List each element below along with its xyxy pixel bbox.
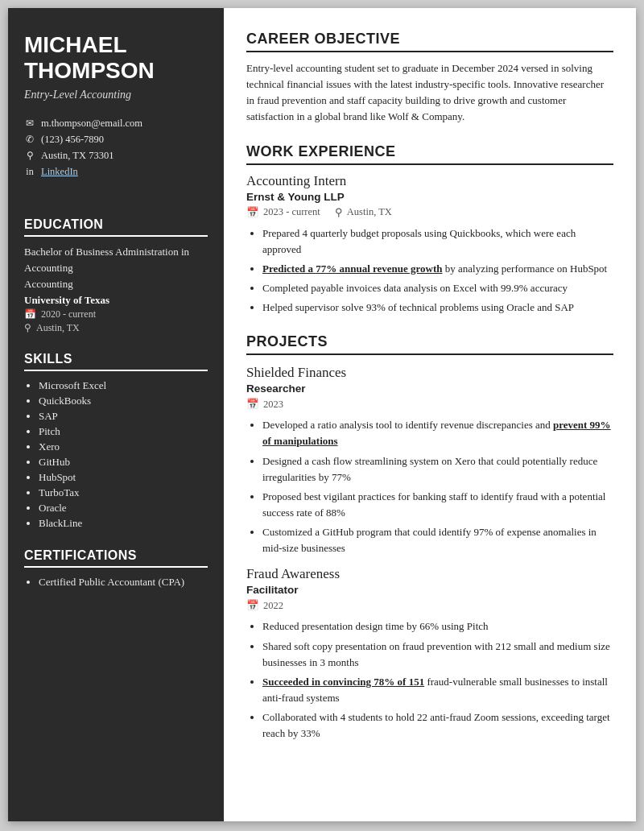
contact-email: ✉ m.thompson@email.com bbox=[24, 118, 208, 130]
bullet-item: Collaborated with 4 students to hold 22 … bbox=[262, 709, 613, 742]
bullet-item: Shared soft copy presentation on fraud p… bbox=[262, 639, 613, 671]
project-year-1: 📅 2023 bbox=[246, 398, 613, 411]
project-role-1: Researcher bbox=[246, 382, 613, 395]
skill-item: HubSpot bbox=[39, 471, 208, 484]
project-title-2: Fraud Awareness bbox=[246, 566, 613, 582]
calendar-icon: 📅 bbox=[246, 398, 259, 411]
calendar-icon: 📅 bbox=[246, 206, 259, 219]
job-meta: 📅 2023 - current ⚲ Austin, TX bbox=[246, 206, 613, 219]
skills-section-title: SKILLS bbox=[24, 352, 208, 371]
bullet-item: Predicted a 77% annual revenue growth by… bbox=[262, 261, 613, 277]
location-icon: ⚲ bbox=[335, 206, 343, 219]
project-title-1: Shielded Finances bbox=[246, 365, 613, 381]
sidebar: MICHAEL THOMPSON Entry-Level Accounting … bbox=[8, 8, 224, 821]
skill-item: Pitch bbox=[39, 425, 208, 438]
bullet-item: Prepared 4 quarterly budget proposals us… bbox=[262, 225, 613, 258]
contact-address: ⚲ Austin, TX 73301 bbox=[24, 150, 208, 162]
calendar-icon: 📅 bbox=[246, 599, 259, 612]
bullet-item: Succeeded in convincing 78% of 151 fraud… bbox=[262, 674, 613, 706]
bullet-item: Completed payable invoices data analysis… bbox=[262, 280, 613, 296]
bullet-item: Developed a ratio analysis tool to ident… bbox=[262, 417, 613, 449]
highlighted-text: Predicted a 77% annual revenue growth bbox=[262, 263, 443, 275]
cert-item: Certified Public Accountant (CPA) bbox=[39, 576, 208, 589]
bullet-item: Helped supervisor solve 93% of technical… bbox=[262, 300, 613, 316]
linkedin-link[interactable]: LinkedIn bbox=[41, 166, 78, 178]
education-section-title: EDUCATION bbox=[24, 217, 208, 237]
calendar-icon: 📅 bbox=[24, 308, 36, 320]
skill-item: Oracle bbox=[39, 502, 208, 515]
projects-title: PROJECTS bbox=[246, 333, 613, 355]
job-company: Ernst & Young LLP bbox=[246, 191, 613, 203]
bullet-item: Proposed best vigilant practices for ban… bbox=[262, 489, 613, 521]
certifications-list: Certified Public Accountant (CPA) bbox=[24, 576, 208, 591]
bullet-item: Reduced presentation design time by 66% … bbox=[262, 618, 613, 635]
skills-list: Microsoft Excel QuickBooks SAP Pitch Xer… bbox=[24, 379, 208, 532]
candidate-name: MICHAEL THOMPSON bbox=[24, 32, 208, 84]
skill-item: BlackLine bbox=[39, 517, 208, 530]
certifications-section-title: CERTIFICATIONS bbox=[24, 548, 208, 568]
location-pin-icon: ⚲ bbox=[24, 322, 31, 334]
phone-icon: ✆ bbox=[24, 134, 35, 146]
work-experience-title: WORK EXPERIENCE bbox=[246, 143, 613, 165]
education-block: Bachelor of Business Administration in A… bbox=[24, 245, 208, 335]
name-line1: MICHAEL bbox=[24, 32, 127, 57]
skill-item: Xero bbox=[39, 440, 208, 453]
highlighted-text: Succeeded in convincing 78% of 151 bbox=[262, 676, 424, 688]
project-bullets-2: Reduced presentation design time by 66% … bbox=[246, 618, 613, 742]
project-bullets-1: Developed a ratio analysis tool to ident… bbox=[246, 417, 613, 556]
education-school: University of Texas bbox=[24, 294, 208, 307]
name-line2: THOMPSON bbox=[24, 58, 155, 83]
skill-item: SAP bbox=[39, 410, 208, 423]
career-objective-text: Entry-level accounting student set to gr… bbox=[246, 60, 613, 126]
skill-item: GitHub bbox=[39, 456, 208, 469]
skill-item: Microsoft Excel bbox=[39, 379, 208, 392]
resume-container: MICHAEL THOMPSON Entry-Level Accounting … bbox=[8, 8, 636, 821]
job-years: 📅 2023 - current bbox=[246, 206, 320, 219]
career-objective-title: CAREER OBJECTIVE bbox=[246, 31, 613, 52]
main-content: CAREER OBJECTIVE Entry-level accounting … bbox=[224, 8, 636, 821]
location-icon: ⚲ bbox=[24, 150, 35, 162]
education-field2: Accounting bbox=[24, 278, 208, 291]
education-location: ⚲ Austin, TX bbox=[24, 322, 208, 334]
education-years: 📅 2020 - current bbox=[24, 308, 208, 320]
project-year-2: 📅 2022 bbox=[246, 599, 613, 612]
contact-section: ✉ m.thompson@email.com ✆ (123) 456-7890 … bbox=[24, 118, 208, 182]
bullet-item: Customized a GitHub program that could i… bbox=[262, 524, 613, 556]
email-icon: ✉ bbox=[24, 118, 35, 130]
skill-item: QuickBooks bbox=[39, 395, 208, 407]
job-title: Accounting Intern bbox=[246, 173, 613, 189]
bullet-item: Designed a cash flow streamlining system… bbox=[262, 453, 613, 486]
education-field: Accounting bbox=[24, 262, 208, 275]
contact-phone: ✆ (123) 456-7890 bbox=[24, 134, 208, 146]
job-bullets: Prepared 4 quarterly budget proposals us… bbox=[246, 225, 613, 316]
job-location: ⚲ Austin, TX bbox=[335, 206, 392, 219]
education-degree: Bachelor of Business Administration in bbox=[24, 245, 208, 259]
contact-linkedin[interactable]: in LinkedIn bbox=[24, 166, 208, 178]
candidate-title: Entry-Level Accounting bbox=[24, 89, 208, 101]
skill-item: TurboTax bbox=[39, 486, 208, 499]
project-role-2: Facilitator bbox=[246, 584, 613, 596]
linkedin-icon: in bbox=[24, 166, 35, 178]
